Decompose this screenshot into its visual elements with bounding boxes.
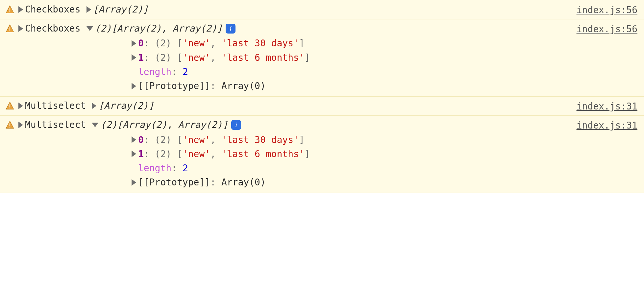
svg-rect-7 — [10, 127, 10, 128]
console-log-row: Multiselect (2) [Array(2), Array(2)] i 0… — [0, 116, 644, 193]
expand-icon[interactable] — [18, 103, 23, 109]
console-log-row: Multiselect [Array(2)] index.js:31 — [0, 97, 644, 116]
source-link[interactable]: index.js:31 — [577, 118, 637, 132]
console-log-row: Checkboxes (2) [Array(2), Array(2)] i 0:… — [0, 19, 644, 97]
svg-rect-6 — [10, 124, 10, 126]
source-link[interactable]: index.js:56 — [577, 3, 637, 16]
array-prototype[interactable]: [[Prototype]]: Array(0) — [132, 80, 570, 92]
array-length: length: 2 — [132, 162, 570, 175]
svg-rect-0 — [10, 8, 10, 11]
svg-rect-3 — [10, 30, 10, 31]
array-item[interactable]: 0: (2) ['new', 'last 30 days'] — [132, 37, 570, 50]
svg-rect-5 — [10, 107, 10, 108]
collapse-icon[interactable] — [92, 123, 98, 127]
expand-icon[interactable] — [132, 136, 136, 143]
array-item[interactable]: 0: (2) ['new', 'last 30 days'] — [132, 133, 570, 146]
log-content: Multiselect [Array(2)] — [18, 99, 570, 112]
expand-icon[interactable] — [132, 83, 136, 89]
array-prototype[interactable]: [[Prototype]]: Array(0) — [132, 176, 570, 189]
log-label[interactable]: Multiselect — [18, 99, 86, 112]
array-details: 0: (2) ['new', 'last 30 days'] 1: (2) ['… — [18, 133, 570, 190]
console-log-row: Checkboxes [Array(2)] index.js:56 — [0, 0, 644, 19]
array-summary[interactable]: [Array(2)] — [92, 99, 154, 112]
info-icon[interactable]: i — [226, 24, 235, 34]
expand-icon[interactable] — [18, 6, 23, 13]
warning-icon — [5, 24, 14, 33]
array-summary[interactable]: [Array(2)] — [87, 3, 149, 16]
expand-icon[interactable] — [87, 6, 91, 13]
log-content: Multiselect (2) [Array(2), Array(2)] i 0… — [18, 118, 570, 190]
warning-icon — [5, 120, 14, 130]
log-label[interactable]: Multiselect — [18, 118, 86, 131]
svg-rect-1 — [10, 11, 10, 12]
expand-icon[interactable] — [18, 25, 23, 32]
array-summary[interactable]: (2) [Array(2), Array(2)] i — [92, 118, 241, 131]
collapse-icon[interactable] — [87, 26, 93, 31]
expand-icon[interactable] — [18, 122, 23, 128]
log-content: Checkboxes (2) [Array(2), Array(2)] i 0:… — [18, 22, 570, 94]
expand-icon[interactable] — [132, 40, 136, 47]
svg-rect-2 — [10, 27, 10, 30]
expand-icon[interactable] — [92, 103, 96, 109]
log-label[interactable]: Checkboxes — [18, 22, 81, 35]
warning-icon — [5, 5, 14, 14]
source-link[interactable]: index.js:31 — [577, 99, 637, 113]
array-details: 0: (2) ['new', 'last 30 days'] 1: (2) ['… — [18, 37, 570, 94]
expand-icon[interactable] — [132, 54, 136, 61]
array-item[interactable]: 1: (2) ['new', 'last 6 months'] — [132, 148, 570, 160]
expand-icon[interactable] — [132, 151, 136, 157]
array-item[interactable]: 1: (2) ['new', 'last 6 months'] — [132, 51, 570, 64]
svg-rect-4 — [10, 104, 10, 107]
array-summary[interactable]: (2) [Array(2), Array(2)] i — [87, 22, 236, 35]
expand-icon[interactable] — [132, 179, 136, 186]
array-length: length: 2 — [132, 65, 570, 78]
log-content: Checkboxes [Array(2)] — [18, 3, 570, 16]
info-icon[interactable]: i — [231, 120, 241, 130]
source-link[interactable]: index.js:56 — [577, 22, 637, 36]
log-label[interactable]: Checkboxes — [18, 3, 81, 16]
warning-icon — [5, 101, 14, 110]
